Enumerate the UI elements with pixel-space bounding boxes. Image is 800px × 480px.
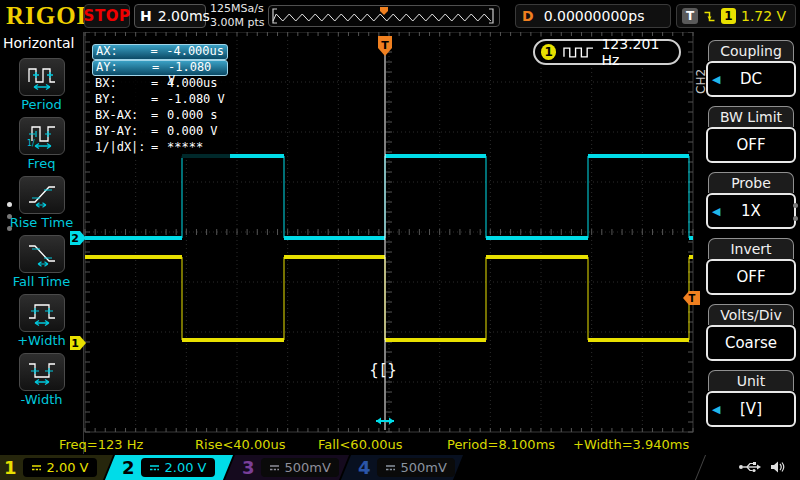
menu-item-bw-limit[interactable]: BW Limit OFF	[706, 106, 796, 163]
dc-coupling-icon	[385, 463, 396, 472]
menu-item-pos-width[interactable]: +Width	[0, 294, 83, 348]
menu-item-freq[interactable]: 1/ Freq	[0, 117, 83, 171]
menu-item-probe[interactable]: Probe ◀1X	[706, 172, 796, 229]
measure-rise: Rise<40.00us	[195, 437, 286, 452]
coupling-label: Coupling	[708, 40, 794, 61]
left-arrow-icon: ◀	[712, 403, 720, 416]
dc-coupling-icon	[149, 463, 160, 472]
cursor-row-invdx: 1/|dX|:=*****	[92, 140, 228, 156]
measure-period: Period=8.100ms	[447, 437, 555, 452]
speaker-icon	[770, 460, 786, 474]
delay-label: D	[522, 8, 534, 24]
channel-menu-tab: CH2	[694, 64, 708, 94]
usb-icon	[738, 460, 762, 474]
delay-value: 0.00000000ps	[544, 8, 645, 24]
frequency-counter-badge: 1 123.201 Hz	[533, 39, 681, 65]
channel-1-status[interactable]: 1 2.00 V	[0, 455, 113, 480]
menu-label-rise-time: Rise Time	[0, 215, 83, 230]
svg-text:T: T	[381, 39, 389, 52]
channel-4-status[interactable]: 4 500mV	[341, 455, 463, 480]
rise-time-icon	[19, 176, 65, 214]
trigger-readout-box: T 1 1.72 V	[676, 4, 796, 28]
fall-time-icon	[19, 235, 65, 273]
volts-div-label: Volts/Div	[708, 304, 794, 325]
counter-frequency-value: 123.201 Hz	[601, 36, 679, 68]
square-wave-icon	[563, 45, 594, 59]
invert-label: Invert	[708, 238, 794, 259]
channel-3-status[interactable]: 3 500mV	[225, 455, 349, 480]
menu-item-volts-div[interactable]: Volts/Div Coarse	[706, 304, 796, 361]
oscilloscope-screen: RIGOL STOP H 2.00ms 125MSa/s 3.00M pts D…	[0, 0, 800, 480]
cursor-row-bx: BX:=4.000us	[92, 76, 228, 92]
measure-pwidth: +Width=3.940ms	[573, 437, 689, 452]
unit-value: ◀[V]	[706, 391, 796, 427]
preview-waveform-icon	[269, 6, 497, 26]
sample-rate: 125MSa/s	[210, 2, 265, 16]
menu-item-fall-time[interactable]: Fall Time	[0, 235, 83, 289]
run-state-button[interactable]: STOP	[84, 4, 130, 28]
system-status-icons	[738, 460, 786, 474]
right-menu-page-dots	[793, 203, 798, 228]
period-icon	[19, 58, 65, 96]
delay-readout-box: D 0.00000000ps	[515, 4, 671, 28]
trigger-level-value: 1.72 V	[741, 8, 786, 24]
trigger-label: T	[682, 8, 698, 24]
cursor-row-bxax: BX-AX:=0.000 s	[92, 108, 228, 124]
pos-width-icon	[19, 294, 65, 332]
invert-value: OFF	[706, 259, 796, 295]
cursor-row-ay: AY:=-1.080 V	[92, 60, 228, 76]
trigger-source-badge: 1	[721, 8, 736, 24]
channel-status-bar: 1 2.00 V 2 2.00 V 3 500mV 4 500mV	[0, 455, 800, 480]
menu-label-period: Period	[0, 97, 83, 112]
menu-label-fall-time: Fall Time	[0, 274, 83, 289]
coupling-value: ◀DC	[706, 61, 796, 97]
bw-limit-value: OFF	[706, 127, 796, 163]
cursor-row-byay: BY-AY:=0.000 V	[92, 124, 228, 140]
left-arrow-icon: ◀	[712, 73, 720, 86]
channel-2-status[interactable]: 2 2.00 V	[105, 455, 233, 480]
menu-item-coupling[interactable]: Coupling ◀DC	[706, 40, 796, 97]
menu-label-neg-width: -Width	[0, 392, 83, 407]
measure-freq: Freq=123 Hz	[59, 437, 143, 452]
status-bar-divider	[695, 455, 706, 480]
cursor-row-ax: AX:=-4.000us	[92, 44, 228, 60]
left-menu-page-dots	[7, 202, 12, 238]
menu-label-pos-width: +Width	[0, 333, 83, 348]
channel-4-scale: 500mV	[401, 460, 447, 475]
cursor-measurement-panel: AX:=-4.000us AY:=-1.080 V BX:=4.000us BY…	[90, 42, 230, 158]
channel-settings-menu: Coupling ◀DC BW Limit OFF Probe ◀1X Inve…	[700, 32, 800, 455]
channel-1-scale: 2.00 V	[47, 460, 89, 475]
menu-item-neg-width[interactable]: -Width	[0, 353, 83, 407]
top-status-bar: RIGOL STOP H 2.00ms 125MSa/s 3.00M pts D…	[0, 0, 800, 32]
left-menu-title: Horizontal	[0, 32, 83, 53]
run-state-label: STOP	[84, 7, 131, 25]
channel-3-number: 3	[242, 455, 255, 480]
timebase-value: 2.00ms	[158, 8, 210, 24]
dc-coupling-icon	[269, 463, 280, 472]
left-arrow-icon: ◀	[712, 205, 720, 218]
horizontal-timebase-box: H 2.00ms	[134, 4, 206, 28]
counter-channel-badge: 1	[541, 44, 556, 60]
neg-width-icon	[19, 353, 65, 391]
waveform-memory-preview	[268, 5, 500, 27]
falling-edge-icon	[703, 10, 716, 23]
bw-limit-label: BW Limit	[708, 106, 794, 127]
unit-label: Unit	[708, 370, 794, 391]
freq-icon: 1/	[19, 117, 65, 155]
acquisition-info: 125MSa/s 3.00M pts	[210, 2, 265, 30]
probe-label: Probe	[708, 172, 794, 193]
menu-item-period[interactable]: Period	[0, 58, 83, 112]
menu-item-unit[interactable]: Unit ◀[V]	[706, 370, 796, 427]
measure-fall: Fall<60.00us	[318, 437, 403, 452]
channel-4-number: 4	[358, 455, 371, 480]
channel-2-scale: 2.00 V	[165, 460, 207, 475]
h-label: H	[140, 8, 152, 24]
channel-2-number: 2	[122, 455, 135, 480]
menu-item-rise-time[interactable]: Rise Time	[0, 176, 83, 230]
channel-3-scale: 500mV	[285, 460, 331, 475]
svg-text:1/: 1/	[27, 139, 35, 148]
menu-label-freq: Freq	[0, 156, 83, 171]
volts-div-value: Coarse	[706, 325, 796, 361]
menu-item-invert[interactable]: Invert OFF	[706, 238, 796, 295]
rigol-logo: RIGOL	[6, 2, 94, 30]
